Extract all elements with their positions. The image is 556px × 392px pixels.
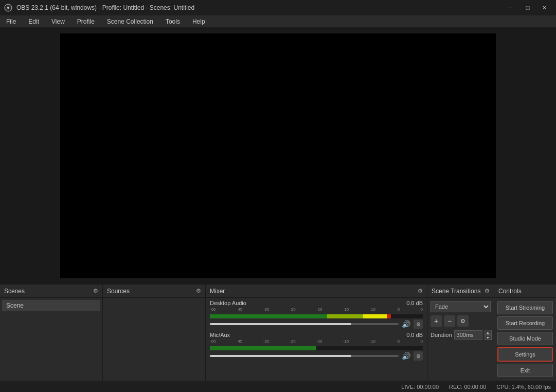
controls-header: Controls (494, 284, 556, 298)
mic-audio-name: Mic/Aux (210, 332, 230, 338)
transition-remove-button[interactable]: − (444, 315, 455, 327)
mic-meter-mask (316, 346, 423, 350)
mic-audio-label-row: Mic/Aux 0.0 dB (210, 332, 423, 338)
mixer-content: Desktop Audio 0.0 dB -60-45-35-25-20-15-… (206, 298, 427, 392)
transitions-content: Fade Cut Swipe Slide Stinger Luma Wipe +… (427, 298, 494, 392)
desktop-audio-controls: 🔊 ⚙ (210, 319, 423, 329)
mic-audio-controls: 🔊 ⚙ (210, 351, 423, 361)
statusbar: LIVE: 00:00:00 REC: 00:00:00 CPU: 1.4%, … (0, 381, 556, 392)
cpu-status: CPU: 1.4%, 60.00 fps (496, 384, 551, 390)
scene-transitions-panel: Scene Transitions ⚙ Fade Cut Swipe Slide… (427, 284, 494, 392)
desktop-volume-slider[interactable] (210, 323, 399, 325)
sources-content[interactable]: You don't have any sources. Click the + … (103, 298, 205, 392)
live-status: LIVE: 00:00:00 (401, 384, 439, 390)
scenes-title: Scenes (4, 288, 25, 295)
titlebar-left: OBS 23.2.1 (64-bit, windows) - Profile: … (4, 4, 194, 12)
mic-audio-scale: -60-45-35-25-20-15-10-50 (210, 339, 423, 344)
transitions-buttons: + − ⚙ (431, 315, 491, 327)
transition-settings-button[interactable]: ⚙ (457, 315, 469, 327)
transitions-config-icon[interactable]: ⚙ (485, 288, 490, 294)
desktop-audio-name: Desktop Audio (210, 300, 246, 306)
duration-input[interactable] (454, 330, 482, 340)
audio-channel-mic: Mic/Aux 0.0 dB -60-45-35-25-20-15-10-50 … (210, 332, 423, 361)
menu-edit[interactable]: Edit (22, 15, 45, 27)
mic-volume-slider[interactable] (210, 355, 399, 357)
obs-icon (4, 4, 12, 12)
mic-mute-icon[interactable]: 🔊 (402, 352, 410, 360)
desktop-mute-icon[interactable]: 🔊 (402, 320, 410, 328)
scenes-panel: Scenes ⚙ Scene + − ∧ ∨ (0, 284, 103, 392)
studio-mode-button[interactable]: Studio Mode (497, 332, 553, 345)
transition-add-button[interactable]: + (431, 315, 442, 327)
sources-title: Sources (107, 288, 130, 295)
minimize-button[interactable]: ─ (504, 3, 519, 13)
panels: Scenes ⚙ Scene + − ∧ ∨ Sources ⚙ You don… (0, 284, 556, 392)
scenes-config-icon[interactable]: ⚙ (93, 288, 98, 294)
controls-panel: Controls Start Streaming Start Recording… (494, 284, 556, 392)
transitions-title: Scene Transitions (432, 288, 480, 295)
start-recording-button[interactable]: Start Recording (497, 316, 553, 330)
desktop-audio-meter (210, 314, 423, 318)
scene-item[interactable]: Scene (2, 300, 100, 311)
close-button[interactable]: ✕ (536, 3, 552, 13)
mic-audio-db: 0.0 dB (406, 332, 423, 338)
menu-profile[interactable]: Profile (71, 15, 101, 27)
desktop-meter-mask (391, 314, 423, 318)
duration-up-button[interactable]: ▲ (485, 330, 492, 335)
audio-channel-desktop: Desktop Audio 0.0 dB -60-45-35-25-20-15-… (210, 300, 423, 329)
duration-label: Duration (431, 332, 452, 338)
controls-title: Controls (498, 288, 522, 295)
duration-spinners: ▲ ▼ (485, 330, 492, 340)
transitions-header: Scene Transitions ⚙ (427, 284, 494, 298)
duration-down-button[interactable]: ▼ (485, 335, 492, 340)
desktop-audio-settings-button[interactable]: ⚙ (414, 319, 423, 329)
transition-type-select[interactable]: Fade Cut Swipe Slide Stinger Luma Wipe (431, 301, 491, 312)
mixer-config-icon[interactable]: ⚙ (418, 288, 423, 294)
titlebar: OBS 23.2.1 (64-bit, windows) - Profile: … (0, 0, 556, 15)
menu-scene-collection[interactable]: Scene Collection (101, 15, 159, 27)
svg-point-2 (7, 7, 9, 9)
sources-panel: Sources ⚙ You don't have any sources. Cl… (103, 284, 206, 392)
mixer-header: Mixer ⚙ (206, 284, 427, 298)
mic-audio-meter (210, 346, 423, 350)
titlebar-controls: ─ □ ✕ (504, 3, 552, 13)
exit-button[interactable]: Exit (497, 364, 553, 377)
sources-header: Sources ⚙ (103, 284, 205, 298)
preview-area (0, 28, 556, 284)
desktop-audio-db: 0.0 dB (406, 300, 423, 306)
restore-button[interactable]: □ (520, 3, 535, 13)
sources-config-icon[interactable]: ⚙ (196, 288, 201, 294)
desktop-audio-label-row: Desktop Audio 0.0 dB (210, 300, 423, 306)
menu-tools[interactable]: Tools (159, 15, 186, 27)
menu-view[interactable]: View (45, 15, 71, 27)
start-streaming-button[interactable]: Start Streaming (497, 301, 553, 314)
menu-help[interactable]: Help (186, 15, 211, 27)
settings-button[interactable]: Settings (497, 347, 553, 362)
mixer-title: Mixer (210, 288, 225, 295)
menu-file[interactable]: File (0, 15, 22, 27)
mic-audio-settings-button[interactable]: ⚙ (414, 351, 423, 361)
controls-content: Start Streaming Start Recording Studio M… (494, 298, 556, 392)
rec-status: REC: 00:00:00 (449, 384, 486, 390)
menubar: File Edit View Profile Scene Collection … (0, 15, 556, 28)
duration-row: Duration ▲ ▼ (431, 330, 491, 340)
scenes-header: Scenes ⚙ (0, 284, 102, 298)
window-title: OBS 23.2.1 (64-bit, windows) - Profile: … (16, 4, 194, 11)
mixer-panel: Mixer ⚙ Desktop Audio 0.0 dB -60-45-35-2… (206, 284, 427, 392)
scenes-content: Scene (0, 298, 102, 392)
desktop-audio-scale: -60-45-35-25-20-15-10-50 (210, 307, 423, 312)
preview-canvas (60, 33, 496, 278)
